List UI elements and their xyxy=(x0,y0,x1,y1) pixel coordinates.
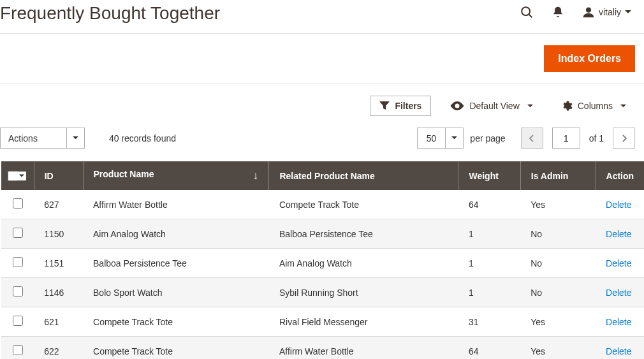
col-is-admin[interactable]: Is Admin xyxy=(520,161,596,190)
user-name: vitaliy xyxy=(599,7,621,17)
page-input[interactable] xyxy=(552,128,580,149)
filters-button[interactable]: Filters xyxy=(370,96,431,116)
chevron-left-icon xyxy=(529,135,535,142)
svg-line-1 xyxy=(529,14,532,17)
user-menu[interactable]: vitaliy xyxy=(582,6,631,18)
table-row: 622Compete Track ToteAffirm Water Bottle… xyxy=(1,337,644,360)
col-action: Action xyxy=(596,161,644,190)
svg-point-0 xyxy=(522,7,530,15)
page-of: of 1 xyxy=(589,133,604,143)
row-checkbox[interactable] xyxy=(13,345,23,355)
data-table: ID Product Name↓ Related Product Name We… xyxy=(1,161,644,359)
cell-related-product-name: Compete Track Tote xyxy=(269,190,458,219)
cell-related-product-name: Balboa Persistence Tee xyxy=(269,219,458,249)
delete-link[interactable]: Delete xyxy=(606,317,631,327)
delete-link[interactable]: Delete xyxy=(606,200,631,210)
cell-weight: 64 xyxy=(458,190,520,219)
cell-id: 1150 xyxy=(34,219,83,249)
gear-icon xyxy=(561,100,573,112)
per-page-select[interactable]: 50 xyxy=(417,128,464,149)
cell-is-admin: No xyxy=(520,219,596,249)
cell-is-admin: Yes xyxy=(520,307,596,337)
cell-product-name: Bolo Sport Watch xyxy=(83,278,269,307)
table-row: 1146Bolo Sport WatchSybil Running Short1… xyxy=(1,278,644,307)
user-icon xyxy=(582,6,595,18)
records-found: 40 records found xyxy=(109,133,176,143)
cell-id: 621 xyxy=(34,307,83,337)
cell-weight: 1 xyxy=(458,249,520,278)
cell-id: 1146 xyxy=(34,278,83,307)
delete-link[interactable]: Delete xyxy=(606,258,631,268)
table-row: 1150Aim Analog WatchBalboa Persistence T… xyxy=(1,219,644,249)
cell-related-product-name: Rival Field Messenger xyxy=(269,307,458,337)
actions-dropdown[interactable]: Actions xyxy=(0,128,85,149)
next-page-button[interactable] xyxy=(613,128,635,149)
caret-down-icon xyxy=(620,103,626,109)
col-product-name[interactable]: Product Name↓ xyxy=(83,161,269,190)
delete-link[interactable]: Delete xyxy=(606,346,631,356)
default-view-label: Default View xyxy=(469,101,519,111)
columns-label: Columns xyxy=(578,101,613,111)
actions-label: Actions xyxy=(1,133,66,143)
cell-id: 627 xyxy=(34,190,83,219)
table-row: 1151Balboa Persistence TeeAim Analog Wat… xyxy=(1,249,644,278)
delete-link[interactable]: Delete xyxy=(606,288,631,298)
col-checkbox xyxy=(1,161,34,190)
caret-down-icon xyxy=(527,103,533,109)
select-all-checkbox[interactable] xyxy=(8,171,18,181)
eye-icon xyxy=(450,101,464,110)
cell-related-product-name: Affirm Water Bottle xyxy=(269,337,458,360)
row-checkbox[interactable] xyxy=(13,198,23,209)
cell-product-name: Aim Analog Watch xyxy=(83,219,269,249)
cell-weight: 1 xyxy=(458,278,520,307)
caret-down-icon xyxy=(625,9,631,15)
cell-related-product-name: Sybil Running Short xyxy=(269,278,458,307)
cell-product-name: Balboa Persistence Tee xyxy=(83,249,269,278)
page-title: Frequently Bought Together xyxy=(0,0,220,24)
cell-related-product-name: Aim Analog Watch xyxy=(269,249,458,278)
col-weight[interactable]: Weight xyxy=(458,161,520,190)
caret-down-icon xyxy=(445,128,463,148)
prev-page-button[interactable] xyxy=(521,128,543,149)
default-view-dropdown[interactable]: Default View xyxy=(441,96,541,115)
chevron-right-icon xyxy=(621,135,627,142)
select-mode-dropdown[interactable] xyxy=(17,172,26,180)
cell-is-admin: Yes xyxy=(520,190,596,219)
cell-is-admin: No xyxy=(520,249,596,278)
sort-asc-icon: ↓ xyxy=(252,169,258,182)
cell-product-name: Compete Track Tote xyxy=(83,337,269,360)
cell-product-name: Affirm Water Bottle xyxy=(83,190,269,219)
notifications-icon[interactable] xyxy=(552,6,564,18)
row-checkbox[interactable] xyxy=(13,228,23,238)
cell-is-admin: No xyxy=(520,278,596,307)
index-orders-button[interactable]: Index Orders xyxy=(544,45,635,72)
cell-product-name: Compete Track Tote xyxy=(83,307,269,337)
search-icon[interactable] xyxy=(520,5,534,19)
funnel-icon xyxy=(379,101,390,110)
per-page-label: per page xyxy=(470,133,505,143)
cell-is-admin: Yes xyxy=(520,337,596,360)
svg-point-2 xyxy=(586,7,591,12)
per-page-value: 50 xyxy=(418,133,446,143)
col-related-product-name[interactable]: Related Product Name xyxy=(269,161,458,190)
filters-label: Filters xyxy=(395,101,421,111)
row-checkbox[interactable] xyxy=(13,286,23,297)
row-checkbox[interactable] xyxy=(13,316,23,326)
table-row: 621Compete Track ToteRival Field Messeng… xyxy=(1,307,644,337)
row-checkbox[interactable] xyxy=(13,257,23,267)
col-product-name-label: Product Name xyxy=(94,169,154,179)
columns-dropdown[interactable]: Columns xyxy=(552,96,635,116)
table-row: 627Affirm Water BottleCompete Track Tote… xyxy=(1,190,644,219)
caret-down-icon xyxy=(66,128,84,148)
cell-weight: 31 xyxy=(458,307,520,337)
cell-weight: 64 xyxy=(458,337,520,360)
col-id[interactable]: ID xyxy=(34,161,83,190)
cell-id: 1151 xyxy=(34,249,83,278)
cell-id: 622 xyxy=(34,337,83,360)
cell-weight: 1 xyxy=(458,219,520,249)
delete-link[interactable]: Delete xyxy=(606,229,631,239)
